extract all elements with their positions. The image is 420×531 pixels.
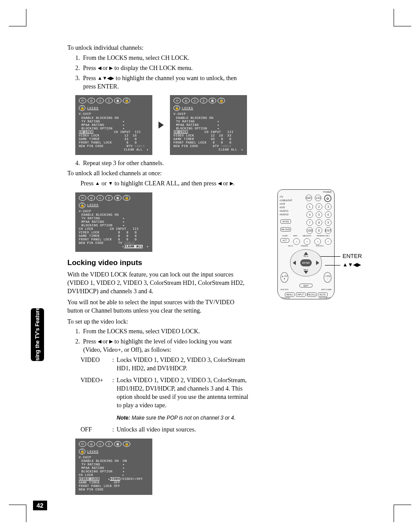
callout-enter: ENTER	[343, 253, 362, 259]
recall-button[interactable]: RECALL	[307, 292, 317, 297]
down-arrow-icon: ▼	[108, 181, 113, 186]
left-arrow-icon: ◀	[218, 181, 221, 186]
right-arrow-button[interactable]	[316, 261, 319, 265]
arrow-right-icon	[158, 122, 164, 129]
up-arrow-icon: ▲	[95, 181, 100, 186]
osd-icon: ☺	[96, 98, 104, 103]
dpad[interactable]: FAV▲ ENTER FAV▼	[290, 249, 322, 277]
osd-icon: ◎	[88, 441, 95, 447]
step-2b: 2. Press ◀ or ▶ to highlight the level o…	[75, 338, 250, 354]
exit-button[interactable]: EXIT	[299, 284, 313, 288]
mode-button[interactable]: MODE	[280, 219, 291, 224]
num-8-button[interactable]: 8	[316, 219, 322, 226]
num-9-button[interactable]: 9	[325, 219, 332, 226]
num-5-button[interactable]: 5	[316, 211, 322, 218]
callout-arrows: ▲▼◀▶	[343, 262, 361, 268]
info-button[interactable]: ○	[304, 238, 310, 245]
osd-icon: ☺	[96, 441, 104, 447]
osd-icon: ▦	[114, 441, 122, 447]
resize-button[interactable]: RE-SIZE	[280, 227, 291, 232]
lock-icon: 🔒	[79, 203, 85, 208]
num-2-button[interactable]: 2	[316, 203, 322, 210]
ent-button[interactable]: ENT	[325, 227, 332, 234]
mute-button[interactable]: MUTE	[318, 292, 328, 297]
menu-button[interactable]: MENU	[285, 292, 295, 297]
osd-icon: ▯	[105, 441, 113, 447]
num-7-button[interactable]: 7	[306, 219, 313, 226]
up-arrow-button[interactable]	[304, 252, 308, 255]
main-content: To unlock individual channels: 1. From t…	[67, 44, 250, 495]
osd-icon: 🔒	[123, 195, 130, 201]
osd-icon: ▯	[105, 195, 113, 201]
remote-figure: •TV •CABLE/SAT •VCR •DVD •AUDIO1 •AUDIO2…	[277, 189, 401, 299]
osd-figure-row-1: ▭◎☺▯▦🔒 🔒LOCKS V-CHIP ENABLE BLOCKING ON …	[75, 95, 250, 155]
power-button[interactable]: ⏻	[324, 195, 332, 202]
down-arrow-button[interactable]	[304, 271, 308, 274]
page-number: 42	[33, 501, 47, 510]
osd-screenshot-3: ▭◎☺▯▦🔒 🔒LOCKS V-CHIP ENABLE BLOCKING ON …	[75, 192, 152, 252]
left-arrow-icon: ◀	[98, 65, 101, 70]
osd-icon: ◎	[88, 98, 95, 103]
remote-control: •TV •CABLE/SAT •VCR •DVD •AUDIO1 •AUDIO2…	[277, 189, 335, 299]
lock-icon: 🔒	[173, 105, 180, 111]
step-1b: 1. From the LOCKS menu, select VIDEO LOC…	[75, 328, 250, 336]
enter-button[interactable]: ENTER	[300, 259, 312, 266]
step-4: 4. Repeat step 3 for other channels.	[75, 159, 250, 168]
step-3: 3. Press ▲▼◀▶ to highlight the channel y…	[75, 74, 250, 91]
para: You will not be able to select the input…	[67, 299, 250, 315]
num-1-button[interactable]: 1	[306, 203, 313, 210]
osd-icon: ▦	[114, 98, 122, 103]
option-off: OFF: Unlocks all video input sources.	[67, 426, 250, 434]
step-1: 1. From the LOCKS menu, select CH LOCK.	[75, 54, 250, 63]
lock-icon: 🔒	[79, 449, 85, 454]
action-button[interactable]: ACT	[280, 238, 289, 243]
arrows-icon: ▲▼◀▶	[98, 75, 114, 81]
osd-figure-row-3: ▭◎☺▯▦🔒 🔒LOCKS V-CHIP ENABLE BLOCKING ON …	[75, 439, 250, 494]
section-heading: Locking video inputs	[67, 258, 250, 268]
osd-icon: ▭	[79, 441, 86, 447]
side-tab: Using the TV's Features	[31, 308, 44, 361]
unlock-all-intro: To unlock all locked channels at once:	[67, 170, 250, 178]
osd-figure-row-2: ▭◎☺▯▦🔒 🔒LOCKS V-CHIP ENABLE BLOCKING ON …	[75, 192, 250, 252]
unlock-all-step: Press ▲ or ▼ to highlight CLEAR ALL, and…	[67, 180, 250, 188]
osd-icon: ▦	[209, 98, 216, 103]
num-6-button[interactable]: 6	[325, 211, 332, 218]
lock-icon: 🔒	[79, 105, 85, 111]
osd-icon: ◎	[88, 195, 95, 201]
ch-button[interactable]: ▲ CH ▼	[280, 272, 288, 283]
osd-icon: ☺	[191, 98, 199, 103]
option-video-plus: VIDEO+: Locks VIDEO 1, VIDEO 2, VIDEO 3,…	[67, 376, 250, 422]
osd-screenshot-1: ▭◎☺▯▦🔒 🔒LOCKS V-CHIP ENABLE BLOCKING ON …	[75, 95, 152, 155]
step-2: 2. Press ◀ or ▶ to display the CH LOCK m…	[75, 64, 250, 73]
osd-icon: ▭	[79, 195, 86, 201]
osd-icon: 🔒	[123, 441, 130, 447]
osd-icon: 🔒	[123, 98, 130, 103]
hundred-button[interactable]: 100	[306, 227, 313, 234]
vol-button[interactable]: + VOL –	[324, 272, 332, 283]
num-3-button[interactable]: 3	[325, 203, 332, 210]
osd-icon: ▭	[173, 98, 181, 103]
unlock-intro: To unlock individual channels:	[67, 44, 250, 52]
sat-button[interactable]: SAT	[306, 195, 312, 201]
favorite-button[interactable]: ○	[314, 238, 321, 245]
left-arrow-button[interactable]	[293, 261, 296, 265]
option-video: VIDEO: Locks VIDEO 1, VIDEO 2, VIDEO 3, …	[67, 356, 250, 373]
osd-icon: ▦	[114, 195, 122, 201]
num-4-button[interactable]: 4	[306, 211, 313, 218]
osd-screenshot-4: ▭◎☺▯▦🔒 🔒LOCKS V-CHIP ENABLE BLOCKING ON …	[75, 439, 152, 494]
theater-button[interactable]: ○	[325, 238, 332, 245]
num-button[interactable]: 133	[315, 195, 321, 201]
mode-labels: •TV •CABLE/SAT •VCR •DVD •AUDIO1 •AUDIO2	[280, 195, 292, 216]
right-arrow-icon: ▶	[230, 181, 233, 186]
osd-screenshot-2: ▭◎☺▯▦🔒 🔒LOCKS V-CHIP ENABLE BLOCKING ON …	[170, 95, 247, 155]
osd-icon: 🔒	[217, 98, 225, 103]
osd-icon: ☺	[96, 195, 104, 201]
osd-icon: ▭	[79, 98, 86, 103]
num-0-button[interactable]: 0	[316, 227, 322, 234]
sleep-button[interactable]: ○	[293, 238, 300, 245]
osd-icon: ◎	[182, 98, 190, 103]
para: With the VIDEO LOCK feature, you can loc…	[67, 271, 250, 296]
osd-icon: ▯	[200, 98, 207, 103]
left-arrow-icon: ◀	[98, 339, 101, 344]
input-button[interactable]: INPUT	[296, 292, 306, 297]
